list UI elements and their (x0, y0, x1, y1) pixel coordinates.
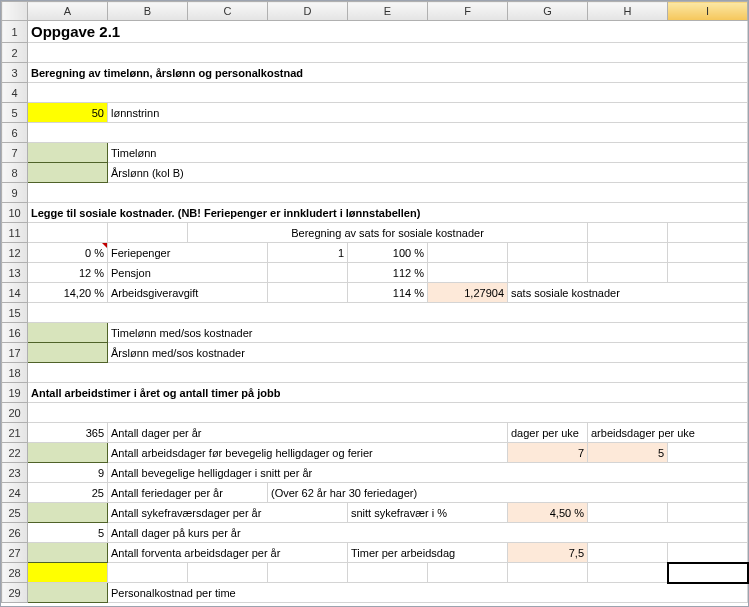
cell-B8-arslonn-label[interactable]: Årslønn (kol B) (108, 163, 748, 183)
row-16[interactable]: 16 (2, 323, 28, 343)
cell-B21-dager-label[interactable]: Antall dager per år (108, 423, 508, 443)
cell-G12[interactable] (508, 243, 588, 263)
row-6[interactable]: 6 (2, 123, 28, 143)
cell-H28[interactable] (588, 563, 668, 583)
cell-F13[interactable] (428, 263, 508, 283)
cell-B22-label[interactable]: Antall arbeidsdager før bevegelig hellig… (108, 443, 508, 463)
row-10[interactable]: 10 (2, 203, 28, 223)
cell-G25-sykefravaer-pct[interactable]: 4,50 % (508, 503, 588, 523)
row-24[interactable]: 24 (2, 483, 28, 503)
cell-A28[interactable] (28, 563, 108, 583)
cell-A27-forventa[interactable] (28, 543, 108, 563)
cell-A15[interactable] (28, 303, 748, 323)
row-14[interactable]: 14 (2, 283, 28, 303)
cell-A23-helligdager[interactable]: 9 (28, 463, 108, 483)
cell-A8-arslonn-value[interactable] (28, 163, 108, 183)
col-D[interactable]: D (268, 2, 348, 21)
row-17[interactable]: 17 (2, 343, 28, 363)
cell-A20[interactable] (28, 403, 748, 423)
cell-B27-label[interactable]: Antall forventa arbeidsdager per år (108, 543, 348, 563)
row-22[interactable]: 22 (2, 443, 28, 463)
cell-G14-sats-label[interactable]: sats sosiale kostnader (508, 283, 748, 303)
select-all-corner[interactable] (2, 2, 28, 21)
col-F[interactable]: F (428, 2, 508, 21)
cell-G28[interactable] (508, 563, 588, 583)
cell-A29-personalkost[interactable] (28, 583, 108, 603)
row-27[interactable]: 27 (2, 543, 28, 563)
row-25[interactable]: 25 (2, 503, 28, 523)
row-9[interactable]: 9 (2, 183, 28, 203)
cell-A14-aga-pct[interactable]: 14,20 % (28, 283, 108, 303)
cell-B25-label[interactable]: Antall sykefraværsdager per år (108, 503, 348, 523)
cell-B7-timelonn-label[interactable]: Timelønn (108, 143, 748, 163)
cell-D13[interactable] (268, 263, 348, 283)
cell-B28[interactable] (108, 563, 188, 583)
row-13[interactable]: 13 (2, 263, 28, 283)
row-20[interactable]: 20 (2, 403, 28, 423)
row-21[interactable]: 21 (2, 423, 28, 443)
cell-H25[interactable] (588, 503, 668, 523)
cell-G21-dager-uke-label[interactable]: dager per uke (508, 423, 588, 443)
row-4[interactable]: 4 (2, 83, 28, 103)
row-19[interactable]: 19 (2, 383, 28, 403)
cell-E27-label[interactable]: Timer per arbeidsdag (348, 543, 508, 563)
row-18[interactable]: 18 (2, 363, 28, 383)
cell-H22-arbdager-uke[interactable]: 5 (588, 443, 668, 463)
cell-I28-active[interactable] (668, 563, 748, 583)
cell-H12[interactable] (588, 243, 668, 263)
cell-A24-feriedager[interactable]: 25 (28, 483, 108, 503)
cell-I11[interactable] (668, 223, 748, 243)
cell-B5-lonnstrinn-label[interactable]: lønnstrinn (108, 103, 748, 123)
cell-A16-timelonn-sos[interactable] (28, 323, 108, 343)
row-1[interactable]: 1 (2, 21, 28, 43)
cell-A2[interactable] (28, 43, 748, 63)
col-E[interactable]: E (348, 2, 428, 21)
row-7[interactable]: 7 (2, 143, 28, 163)
col-I[interactable]: I (668, 2, 748, 21)
cell-H13[interactable] (588, 263, 668, 283)
cell-B24-label[interactable]: Antall feriedager per år (108, 483, 268, 503)
cell-F14-sats-value[interactable]: 1,27904 (428, 283, 508, 303)
cell-C28[interactable] (188, 563, 268, 583)
col-C[interactable]: C (188, 2, 268, 21)
cell-G22-dager-uke[interactable]: 7 (508, 443, 588, 463)
cell-D14[interactable] (268, 283, 348, 303)
cell-A3-section[interactable]: Beregning av timelønn, årslønn og person… (28, 63, 748, 83)
cell-I27[interactable] (668, 543, 748, 563)
cell-A11[interactable] (28, 223, 108, 243)
cell-B23-label[interactable]: Antall bevegelige helligdager i snitt pe… (108, 463, 748, 483)
cell-E25-label[interactable]: snitt sykefravær i % (348, 503, 508, 523)
cell-I12[interactable] (668, 243, 748, 263)
spreadsheet[interactable]: A B C D E F G H I 1 Oppgave 2.1 2 3 Bere… (0, 0, 749, 607)
row-15[interactable]: 15 (2, 303, 28, 323)
cell-I25[interactable] (668, 503, 748, 523)
cell-H11[interactable] (588, 223, 668, 243)
cell-B29-label[interactable]: Personalkostnad per time (108, 583, 748, 603)
col-G[interactable]: G (508, 2, 588, 21)
cell-B11[interactable] (108, 223, 188, 243)
row-26[interactable]: 26 (2, 523, 28, 543)
cell-E12-cum[interactable]: 100 % (348, 243, 428, 263)
row-3[interactable]: 3 (2, 63, 28, 83)
cell-B12-feriepenger[interactable]: Feriepenger (108, 243, 268, 263)
col-H[interactable]: H (588, 2, 668, 21)
row-8[interactable]: 8 (2, 163, 28, 183)
cell-H21-arbdager-label[interactable]: arbeidsdager per uke (588, 423, 748, 443)
grid[interactable]: A B C D E F G H I 1 Oppgave 2.1 2 3 Bere… (1, 1, 748, 603)
cell-C11-subhead[interactable]: Beregning av sats for sosiale kostnader (188, 223, 588, 243)
cell-G13[interactable] (508, 263, 588, 283)
row-5[interactable]: 5 (2, 103, 28, 123)
cell-A19-section[interactable]: Antall arbeidstimer i året og antall tim… (28, 383, 748, 403)
cell-D28[interactable] (268, 563, 348, 583)
cell-E14-cum[interactable]: 114 % (348, 283, 428, 303)
cell-A12-feriepenger-pct[interactable]: 0 % (28, 243, 108, 263)
row-28[interactable]: 28 (2, 563, 28, 583)
cell-H27[interactable] (588, 543, 668, 563)
cell-B26-label[interactable]: Antall dager på kurs per år (108, 523, 748, 543)
cell-A17-arslonn-sos[interactable] (28, 343, 108, 363)
cell-F12[interactable] (428, 243, 508, 263)
cell-I13[interactable] (668, 263, 748, 283)
col-B[interactable]: B (108, 2, 188, 21)
cell-A9[interactable] (28, 183, 748, 203)
cell-A22-arbdager-value[interactable] (28, 443, 108, 463)
